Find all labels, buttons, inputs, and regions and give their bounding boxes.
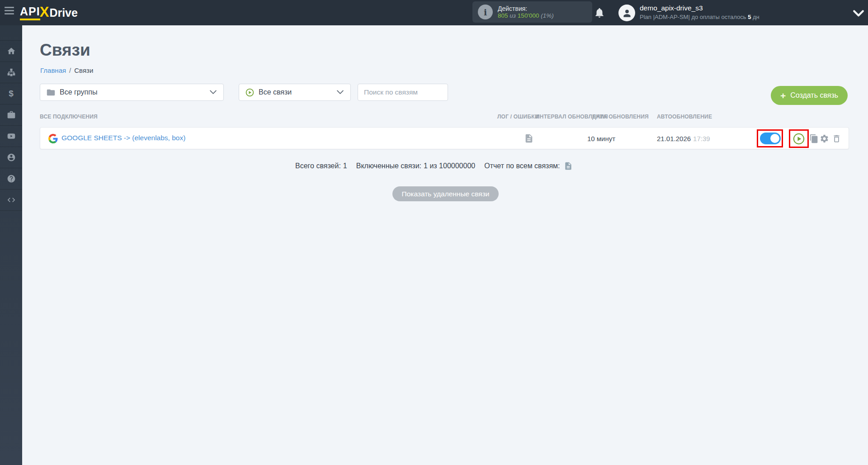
dollar-icon: $ <box>9 89 14 99</box>
actions-usage-counter: i Действия: 805 из 150'000 (1%) <box>472 1 592 23</box>
plus-icon: + <box>780 91 786 100</box>
total-links-label: Всего связей: <box>295 162 341 170</box>
gear-icon <box>820 134 829 143</box>
chevron-down-icon <box>209 90 217 95</box>
user-plan-line: Plan |ADM-AP-SM| до оплаты осталось 5 дн <box>640 14 760 20</box>
sidebar-item-api[interactable] <box>0 190 22 211</box>
actions-label: Действия: <box>498 5 554 12</box>
column-header-log: ЛОГ / ОШИБКИ <box>497 114 539 120</box>
report-label: Отчет по всем связям: <box>484 162 560 170</box>
sidebar-item-billing[interactable]: $ <box>0 83 22 104</box>
copy-connection-button[interactable] <box>809 134 819 143</box>
folder-icon <box>47 89 55 96</box>
user-menu-chevron-down-icon[interactable] <box>853 9 864 18</box>
left-sidebar: $ <box>0 25 22 465</box>
sidebar-item-account[interactable] <box>0 147 22 168</box>
search-input[interactable] <box>358 84 448 101</box>
total-links: Всего связей: 1 <box>295 162 347 170</box>
user-name: demo_apix-drive_s3 <box>640 4 760 12</box>
report-all-links: Отчет по всем связям: <box>484 161 572 171</box>
brand-api: API <box>20 5 40 20</box>
copy-icon <box>809 134 819 143</box>
total-links-value: 1 <box>343 162 347 170</box>
info-icon: i <box>478 5 493 19</box>
plan-prefix: Plan |ADM-AP-SM| до оплаты осталось <box>640 14 746 20</box>
user-icon <box>7 153 16 162</box>
top-header: APIXDrive i Действия: 805 из 150'000 (1%… <box>0 0 868 25</box>
sidebar-item-home[interactable] <box>0 41 22 62</box>
brand-x: X <box>40 4 49 20</box>
update-date: 21.01.202617:39 <box>657 135 710 142</box>
breadcrumb-home-link[interactable]: Главная <box>40 66 66 74</box>
apixdrive-logo[interactable]: APIXDrive <box>20 5 78 21</box>
column-header-connections: ВСЕ ПОДКЛЮЧЕНИЯ <box>40 114 98 120</box>
home-icon <box>7 47 16 56</box>
enabled-links-label: Включенные связи: <box>356 162 421 170</box>
log-document-icon[interactable] <box>524 133 534 143</box>
links-filter-dropdown[interactable]: Все связи <box>239 84 351 101</box>
user-menu[interactable]: demo_apix-drive_s3 Plan |ADM-AP-SM| до о… <box>640 4 760 20</box>
breadcrumb-current: Связи <box>74 66 93 74</box>
actions-total: 150'000 <box>518 12 539 19</box>
run-now-button[interactable] <box>793 133 805 145</box>
enabled-links: Включенные связи: 1 из 100000000 <box>356 162 475 170</box>
google-sheets-icon <box>48 134 58 143</box>
sitemap-icon <box>7 68 16 77</box>
table-header-row: ВСЕ ПОДКЛЮЧЕНИЯ ЛОГ / ОШИБКИ ИНТЕРВАЛ ОБ… <box>0 114 868 121</box>
hamburger-menu-icon[interactable] <box>5 7 14 19</box>
help-icon <box>7 174 16 183</box>
column-header-autoupdate: АВТООБНОВЛЕНИЕ <box>657 114 712 120</box>
plan-days-unit: дн <box>753 14 760 20</box>
sidebar-item-help[interactable] <box>0 168 22 190</box>
groups-filter-dropdown[interactable]: Все группы <box>40 84 224 101</box>
update-time-value: 17:39 <box>693 135 710 142</box>
brand-drive: Drive <box>49 6 78 19</box>
actions-percent: (1%) <box>541 12 554 19</box>
actions-values: 805 из 150'000 (1%) <box>498 12 554 19</box>
delete-connection-button[interactable] <box>832 134 841 143</box>
table-row: GOOGLE SHEETS -> (elevenlabs, box) 10 ми… <box>40 127 849 149</box>
breadcrumb: Главная/Связи <box>40 66 93 74</box>
summary-line: Всего связей: 1 Включенные связи: 1 из 1… <box>295 161 573 171</box>
show-deleted-links-button[interactable]: Показать удаленные связи <box>392 186 499 201</box>
chevron-down-icon <box>336 90 344 95</box>
connection-title-link[interactable]: GOOGLE SHEETS -> (elevenlabs, box) <box>61 134 185 142</box>
plan-days-value: 5 <box>748 14 751 20</box>
actions-of: из <box>509 12 516 19</box>
toggle-knob <box>770 134 779 143</box>
enabled-links-value: 1 из 100000000 <box>424 162 475 170</box>
create-link-button[interactable]: + Создать связь <box>771 86 848 105</box>
actions-used: 805 <box>498 12 508 19</box>
breadcrumb-separator: / <box>69 66 71 74</box>
play-circle-icon <box>245 88 254 97</box>
groups-dropdown-value: Все группы <box>60 88 209 96</box>
autoupdate-toggle[interactable] <box>760 133 781 144</box>
column-header-date: ДАТА ОБНОВЛЕНИЯ <box>592 114 649 120</box>
sidebar-item-connections[interactable] <box>0 62 22 83</box>
user-avatar[interactable] <box>618 5 635 21</box>
sidebar-item-video[interactable] <box>0 126 22 147</box>
update-date-value: 21.01.2026 <box>657 135 691 142</box>
connection-settings-button[interactable] <box>820 134 829 143</box>
code-icon <box>7 195 16 204</box>
page-title: Связи <box>40 41 90 60</box>
avatar-person-icon <box>621 7 633 19</box>
update-interval-value: 10 минут <box>538 135 665 142</box>
create-link-label: Создать связь <box>790 91 838 100</box>
report-document-icon[interactable] <box>564 161 573 171</box>
trash-icon <box>832 134 841 143</box>
youtube-icon <box>7 132 16 141</box>
links-dropdown-value: Все связи <box>259 88 336 96</box>
notifications-bell-icon[interactable] <box>594 6 605 19</box>
